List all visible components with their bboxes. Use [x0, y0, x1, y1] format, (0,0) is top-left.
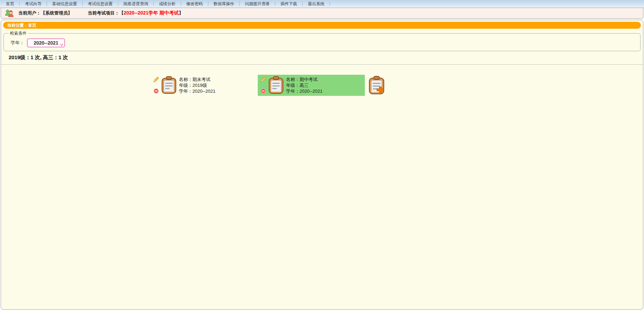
current-project-suffix: 】: [179, 10, 183, 16]
exam-name: 名称：期中考试: [286, 76, 323, 82]
edit-pencil-icon[interactable]: [153, 76, 159, 83]
search-criteria-panel: 检索条件 学年： 2020--2021: [3, 30, 641, 51]
menu-item-marking-progress[interactable]: 阅卷进度查询: [118, 0, 153, 8]
main-menu: 首页 考试向导 基础信息设置 考试信息设置 阅卷进度查询 成绩分析 修改密码 数…: [0, 0, 644, 8]
main-content: 当前位置：首页 检索条件 学年： 2020--2021 2019级：1 次, 高…: [1, 20, 643, 310]
exam-card-final[interactable]: 名称：期末考试 年级：2019级 学年：2020--2021: [151, 75, 258, 96]
current-user-label: 当前用户：【系统管理员】: [18, 10, 72, 16]
menu-item-change-password[interactable]: 修改密码: [181, 0, 208, 8]
menu-item-exam-info[interactable]: 考试信息设置: [83, 0, 118, 8]
exam-cards-row: 名称：期末考试 年级：2019级 学年：2020--2021 名称：期中考试 年…: [151, 74, 643, 96]
breadcrumb: 当前位置：首页: [3, 22, 641, 29]
divider: [1, 64, 643, 65]
menu-item-exam-wizard[interactable]: 考试向导: [20, 0, 47, 8]
exam-grade: 年级：高三: [286, 82, 323, 88]
exam-year: 学年：2020--2021: [286, 88, 323, 94]
exam-year: 学年：2020--2021: [179, 88, 216, 94]
current-project-value: 2020--2021学年 期中考试: [124, 10, 179, 16]
school-year-select[interactable]: 2020--2021: [27, 38, 65, 47]
exam-card-midterm-selected[interactable]: 名称：期中考试 年级：高三 学年：2020--2021: [258, 75, 365, 96]
exam-name: 名称：期末考试: [179, 76, 216, 82]
school-year-label: 学年：: [11, 40, 24, 46]
current-project-prefix: 当前考试项目：【: [88, 10, 124, 16]
search-criteria-legend: 检索条件: [9, 30, 28, 36]
menu-item-plugin-download[interactable]: 插件下载: [275, 0, 302, 8]
delete-minus-icon[interactable]: [261, 88, 266, 94]
clipboard-icon: [268, 75, 284, 95]
menu-item-basic-info[interactable]: 基础信息设置: [47, 0, 82, 8]
menu-item-score-analysis[interactable]: 成绩分析: [154, 0, 181, 8]
menu-separator: [330, 1, 330, 6]
menu-item-problem-images[interactable]: 问题图片查看: [240, 0, 275, 8]
menu-item-database-ops[interactable]: 数据库操作: [208, 0, 239, 8]
menu-item-home[interactable]: 首页: [1, 0, 19, 8]
exam-count-summary: 2019级：1 次, 高三：1 次: [9, 54, 643, 61]
menu-item-logout[interactable]: 退出系统: [303, 0, 330, 8]
users-icon: [4, 9, 14, 17]
add-exam-button[interactable]: [368, 75, 385, 95]
user-info-bar: 当前用户：【系统管理员】 当前考试项目：【 2020--2021学年 期中考试 …: [1, 8, 643, 19]
chevron-down-icon: [59, 43, 64, 47]
clipboard-icon: [161, 75, 177, 95]
edit-pencil-icon[interactable]: [260, 76, 266, 83]
school-year-value: 2020--2021: [34, 40, 58, 46]
delete-minus-icon[interactable]: [153, 88, 159, 94]
exam-grade: 年级：2019级: [179, 82, 216, 88]
